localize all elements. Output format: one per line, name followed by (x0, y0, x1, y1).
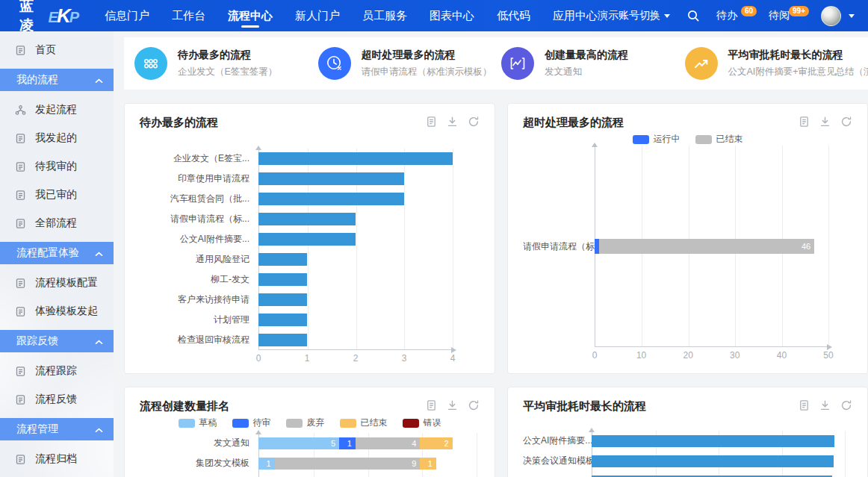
sidebar-item-process-feedback[interactable]: 流程反馈 (0, 385, 114, 414)
card-pending-most: 待办最多的流程 企业发文（E签宝...印章使用申请流程汽车租赁合同（批...请假… (124, 103, 495, 374)
chart-toolbox (799, 116, 852, 128)
legend-item-废弃[interactable]: 废弃 (286, 417, 325, 429)
account-switcher[interactable]: 演示账号切换 (598, 9, 670, 22)
x-tick-label: 4 (450, 353, 456, 364)
chevron-down-icon[interactable] (849, 14, 855, 21)
legend-item-错误[interactable]: 错误 (403, 417, 441, 429)
refresh-icon[interactable] (468, 116, 480, 128)
download-icon[interactable] (447, 116, 458, 128)
bar-track (258, 314, 453, 326)
nav-item-newcomer-portal[interactable]: 新人门户 (295, 0, 340, 31)
brand-logo[interactable]: 蓝凌 EKP (19, 0, 79, 35)
toread-counter[interactable]: 待阅 99+ (769, 9, 805, 22)
bar-segment-草稿: 1 (258, 458, 275, 470)
stat-subtitle: 公文AI附件摘要+审批意见总结（演示... (728, 66, 868, 78)
main-nav: 信息门户工作台流程中心新人门户员工服务图表中心低代码应用中心 (105, 0, 598, 31)
bar-row: 企业发文（E签宝... (140, 149, 480, 169)
nav-item-workbench[interactable]: 工作台 (172, 0, 205, 31)
category-label: 集团发文模板 (140, 457, 258, 470)
download-icon[interactable] (819, 116, 831, 128)
chart-plot: 请假申请流程（标...46 (523, 146, 852, 347)
doc-icon (15, 133, 26, 144)
sidebar-section-tracking-feedback[interactable]: 跟踪反馈 (0, 330, 114, 352)
x-tick-label: 30 (730, 350, 740, 361)
sidebar-item-label: 待我审的 (35, 160, 77, 173)
legend-item-草稿[interactable]: 草稿 (179, 417, 217, 429)
sidebar-section-process-management[interactable]: 流程管理 (0, 418, 114, 440)
category-label: 请假申请流程（标... (140, 213, 258, 225)
nav-item-low-code[interactable]: 低代码 (497, 0, 530, 31)
sidebar-item-process-archive[interactable]: 流程归档 (0, 445, 114, 473)
stat-card-most-pending: 待办最多的流程企业发文（E签宝签署） (134, 47, 318, 80)
legend-item-运行中[interactable]: 运行中 (633, 133, 681, 146)
category-label: 检查退回审核流程 (140, 334, 258, 346)
legend-item-已结束[interactable]: 已结束 (340, 417, 388, 429)
trend-up-icon (685, 47, 718, 80)
refresh-icon[interactable] (840, 399, 852, 411)
refresh-icon[interactable] (840, 116, 852, 128)
avatar[interactable] (821, 6, 841, 26)
sidebar-item-reviewed-by-me[interactable]: 我已审的 (0, 181, 114, 209)
bar-segment-待审: 1 (339, 437, 356, 449)
sidebar-item-process-tracking[interactable]: 流程跟踪 (0, 357, 114, 385)
todo-counter[interactable]: 待办 60 (716, 9, 752, 22)
sidebar-item-all-processes[interactable]: 全部流程 (0, 209, 114, 237)
bar-row: 计划管理 (140, 310, 480, 330)
nav-item-chart-center[interactable]: 图表中心 (430, 0, 474, 31)
search-icon[interactable] (686, 9, 700, 22)
legend-item-已结束[interactable]: 已结束 (695, 133, 743, 146)
category-label: 公文AI附件摘要... (523, 434, 592, 447)
bar (592, 435, 834, 447)
sidebar-item-my-initiated[interactable]: 我发起的 (0, 124, 114, 152)
stats-band: 待办最多的流程企业发文（E签宝签署）超时处理最多的流程请假申请流程（标准演示模板… (124, 37, 868, 90)
legend-swatch (340, 419, 356, 428)
sidebar-item-process-template-config[interactable]: 流程模板配置 (0, 269, 114, 297)
sidebar-item-label: 我发起的 (35, 131, 77, 145)
sidebar-item-home[interactable]: 首页 (0, 36, 114, 64)
legend-label: 已结束 (361, 417, 388, 429)
sidebar-section-process-config-experience[interactable]: 流程配置体验 (0, 242, 114, 264)
x-tick-label: 1 (305, 353, 310, 364)
doc-icon (15, 45, 26, 56)
stat-title: 待办最多的流程 (178, 49, 277, 62)
sidebar-section-my-process[interactable]: 我的流程 (0, 69, 114, 91)
topbar-right: 演示账号切换 待办 60 待阅 99+ (598, 6, 855, 26)
sidebar-item-experience-template-initiate[interactable]: 体验模板发起 (0, 297, 114, 325)
category-label: 印章使用申请流程 (140, 172, 258, 185)
bar-track: 5142 (258, 437, 477, 449)
bar-row: 公文AI附件摘要... (523, 431, 852, 451)
nav-item-process-center[interactable]: 流程中心 (228, 0, 273, 31)
chart-rows: 请假申请流程（标...46 (523, 146, 852, 347)
bar (258, 273, 307, 286)
bar (258, 213, 356, 225)
refresh-icon[interactable] (468, 399, 480, 411)
data-view-icon[interactable] (426, 116, 437, 128)
sidebar-item-label: 全部流程 (35, 216, 77, 230)
doc-icon (15, 190, 26, 201)
download-icon[interactable] (447, 399, 458, 411)
sidebar-item-initiate-process[interactable]: 发起流程 (0, 96, 114, 124)
nav-item-info-portal[interactable]: 信息门户 (105, 0, 149, 31)
data-view-icon[interactable] (799, 399, 810, 411)
bar-row: 发文通知5142 (140, 433, 480, 453)
bar-row (523, 471, 852, 477)
data-view-icon[interactable] (426, 399, 437, 411)
nav-item-app-center[interactable]: 应用中心 (553, 0, 598, 31)
legend-item-待审[interactable]: 待审 (232, 417, 271, 429)
sidebar-item-awaiting-my-review[interactable]: 待我审的 (0, 152, 114, 181)
bar-row: 客户来访接待申请 (140, 290, 480, 310)
category-label: 请假申请流程（标... (523, 240, 595, 253)
stat-text: 创建量最高的流程发文通知 (545, 49, 628, 78)
stat-text: 平均审批耗时最长的流程公文AI附件摘要+审批意见总结（演示... (728, 49, 868, 78)
x-tick-label: 2 (353, 353, 359, 364)
sidebar: 首页我的流程发起流程我发起的待我审的我已审的全部流程流程配置体验流程模板配置体验… (0, 31, 114, 477)
legend-label: 废弃 (307, 417, 325, 429)
sidebar-item-label: 发起流程 (35, 103, 77, 116)
category-label: 公文AI附件摘要... (140, 233, 258, 246)
chart-toolbox (799, 399, 852, 411)
nav-item-employee-services[interactable]: 员工服务 (362, 0, 407, 31)
download-icon[interactable] (819, 399, 831, 411)
data-view-icon[interactable] (799, 116, 810, 128)
bar-track: 46 (595, 239, 828, 254)
chart-rows: 公文AI附件摘要...决策会议通知模板 (523, 431, 852, 477)
